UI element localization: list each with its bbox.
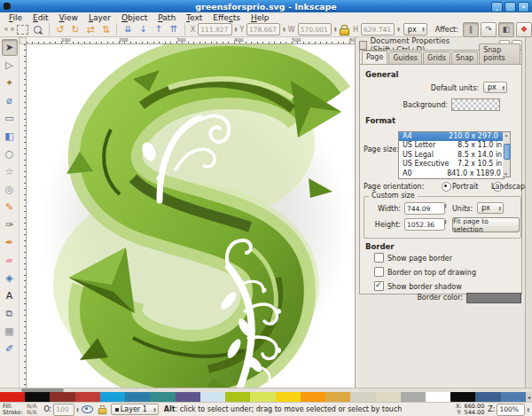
menu-effects[interactable]: Effects — [207, 13, 246, 22]
page-size-row[interactable]: A4210.0 x 297.0 mm — [399, 132, 504, 141]
tool-text-icon[interactable]: A — [2, 287, 18, 304]
palette-swatch[interactable] — [100, 392, 125, 402]
palette-swatch[interactable] — [25, 392, 50, 402]
layer-lock-icon[interactable] — [98, 405, 106, 413]
menu-layer[interactable]: Layer — [83, 13, 116, 22]
tab-snap-points[interactable]: Snap points — [479, 43, 520, 64]
maximize-button[interactable]: □ — [505, 2, 516, 12]
menu-text[interactable]: Text — [181, 13, 207, 22]
tool-dropper-icon[interactable]: ✐ — [2, 341, 18, 357]
palette-swatch[interactable] — [176, 392, 200, 402]
tool-pencil-icon[interactable]: ✎ — [2, 199, 18, 216]
palette-swatch[interactable] — [276, 392, 301, 402]
custom-units-dropdown[interactable]: px▴▾ — [477, 202, 504, 214]
vertical-ruler[interactable] — [20, 44, 27, 388]
scrollbar-thumb[interactable] — [504, 144, 511, 160]
zoom-spinner[interactable]: ▴▾ — [527, 407, 529, 412]
menu-path[interactable]: Path — [153, 13, 181, 22]
menu-edit[interactable]: Edit — [27, 13, 53, 22]
h-field[interactable]: 629.741 — [361, 23, 395, 35]
tool-star-icon[interactable]: ☆ — [2, 163, 18, 180]
minimize-button[interactable]: _ — [491, 2, 503, 12]
zoom-field[interactable]: 100% — [497, 404, 525, 416]
lower-to-bottom-button[interactable]: ⇊ — [121, 23, 135, 36]
background-color-swatch[interactable] — [451, 98, 500, 111]
palette-swatch[interactable] — [325, 392, 350, 402]
palette-scroll-arrow[interactable]: ◂ — [526, 392, 532, 402]
tab-guides[interactable]: Guides — [388, 51, 422, 64]
page-size-list-scrollbar[interactable]: ▴▾ — [503, 131, 511, 177]
palette-swatch[interactable] — [225, 392, 250, 402]
drawing-canvas[interactable] — [27, 44, 355, 388]
palette-swatch[interactable] — [0, 392, 25, 402]
default-units-dropdown[interactable]: px▴▾ — [483, 82, 507, 93]
opacity-spinner[interactable]: ▴▾ — [76, 407, 79, 412]
palette-swatch[interactable] — [426, 392, 450, 402]
affect-move-parallel-icon[interactable]: ∥ — [463, 22, 479, 37]
page-size-row[interactable]: A0841.0 x 1189.0 mm — [399, 169, 504, 178]
y-field[interactable]: 178.667 — [246, 23, 280, 35]
tool-eraser-icon[interactable]: ▰ — [2, 252, 18, 269]
width-field[interactable]: 744.09 — [404, 202, 445, 215]
page-size-row[interactable]: US Executive7.2 x 10.5 in — [399, 160, 504, 169]
palette-swatch[interactable] — [350, 392, 375, 402]
palette-swatch[interactable] — [250, 392, 275, 402]
lower-button[interactable]: ↓ — [136, 23, 150, 36]
rotate-cw-button[interactable]: ↻ — [68, 23, 82, 36]
layer-selector-dropdown[interactable]: Layer 1 ▴▾ — [111, 404, 159, 415]
h-spinner[interactable]: ▴▾ — [397, 27, 400, 32]
palette-swatch[interactable] — [125, 392, 150, 402]
affect-bounding-box-icon[interactable]: ❖ — [516, 22, 532, 37]
layer-visibility-eye-icon[interactable] — [82, 405, 93, 413]
palette-swatch[interactable] — [50, 392, 74, 402]
horizontal-ruler[interactable]: 100200300400500600 — [27, 37, 355, 44]
palette-swatch[interactable] — [450, 392, 475, 402]
tool-zoom-icon[interactable]: ⌀ — [2, 92, 18, 109]
palette-swatch[interactable] — [475, 392, 500, 402]
x-field[interactable]: 111.927 — [198, 23, 231, 35]
width-spinner[interactable]: ▴▾ — [444, 203, 447, 208]
palette-swatch[interactable] — [150, 392, 175, 402]
checkbox-show-page-border[interactable] — [374, 253, 384, 263]
menu-object[interactable]: Object — [116, 13, 153, 22]
menu-help[interactable]: Help — [246, 13, 275, 22]
palette-swatch[interactable] — [200, 392, 225, 402]
tool-calligraphy-icon[interactable]: ✒ — [2, 234, 18, 251]
x-spinner[interactable]: ▴▾ — [235, 27, 238, 32]
tool-spiral-icon[interactable]: ◎ — [2, 181, 18, 198]
zoom-selection-button[interactable] — [31, 23, 45, 36]
height-field[interactable]: 1052.36 — [404, 218, 445, 231]
tool-selector-icon[interactable]: ➤ — [2, 39, 18, 56]
page-size-row[interactable]: US Legal8.5 x 14.0 in — [399, 151, 504, 160]
border-color-swatch[interactable] — [466, 293, 521, 303]
vertical-scrollbar[interactable] — [525, 37, 532, 388]
raise-button[interactable]: ↑ — [152, 23, 166, 36]
tool-ellipse-icon[interactable]: ○ — [2, 145, 18, 162]
tool-rectangle-icon[interactable]: ▭ — [2, 110, 18, 127]
flip-vertical-button[interactable]: ⇅ — [98, 23, 113, 36]
tool-node-editor-icon[interactable]: ▷ — [2, 57, 18, 74]
checkbox-show-border-shadow[interactable] — [374, 281, 384, 291]
titlebar[interactable]: greensforsprio.svg - Inkscape _ □ ✕ — [0, 0, 532, 12]
tool-connector-icon[interactable]: ⧉ — [2, 305, 18, 322]
height-spinner[interactable]: ▴▾ — [444, 219, 447, 224]
rotate-ccw-button[interactable]: ↺ — [53, 23, 67, 36]
tool-paint-bucket-icon[interactable]: ◈ — [2, 270, 18, 286]
tool-3d-box-icon[interactable]: ◧ — [2, 128, 18, 145]
lock-ratio-icon[interactable] — [340, 25, 348, 35]
tab-grids[interactable]: Grids — [423, 51, 450, 64]
raise-to-top-button[interactable]: ⇈ — [167, 23, 181, 36]
fit-page-button[interactable]: Fit page to selection — [452, 217, 520, 232]
palette-swatch[interactable] — [301, 392, 325, 402]
tab-page[interactable]: Page — [362, 51, 387, 65]
menu-view[interactable]: View — [54, 13, 83, 22]
affect-scale-stroke-icon[interactable]: ◧ — [498, 22, 514, 37]
palette-swatch[interactable] — [501, 392, 526, 402]
palette-swatch[interactable] — [401, 392, 426, 402]
palette-swatch[interactable] — [376, 392, 401, 402]
page-size-row[interactable]: US Letter8.5 x 11.0 in — [399, 141, 504, 150]
tool-bezier-pen-icon[interactable]: ✑ — [2, 216, 18, 233]
flip-horizontal-button[interactable]: ⇄ — [83, 23, 98, 36]
opacity-field[interactable]: 100 — [53, 404, 74, 416]
checkbox-border-on-top-of-drawing[interactable] — [374, 267, 384, 277]
